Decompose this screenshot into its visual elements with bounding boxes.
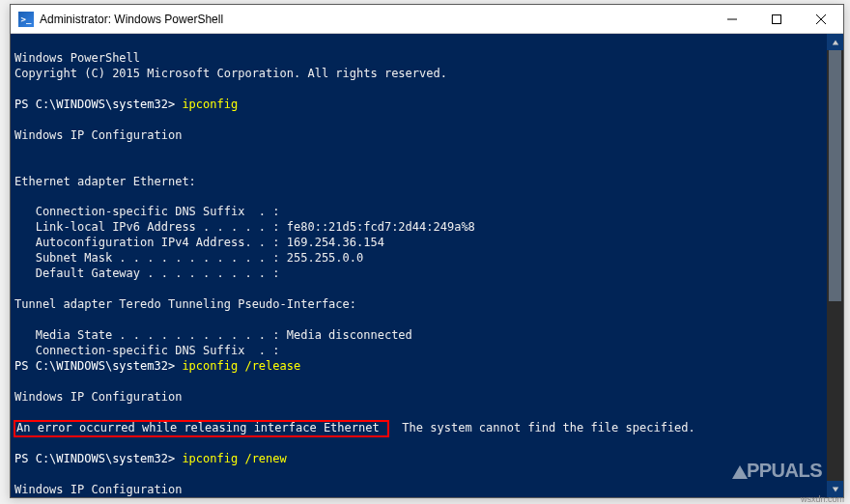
console-line: Link-local IPv6 Address . . . . . : fe80…: [14, 220, 475, 234]
console-line: Subnet Mask . . . . . . . . . . . : 255.…: [14, 251, 363, 265]
prompt-path: PS C:\WINDOWS\system32>: [14, 98, 182, 111]
console-line: [14, 375, 21, 388]
console-line: [14, 159, 21, 173]
prompt-line: PS C:\WINDOWS\system32> ipconfig /releas…: [14, 359, 300, 373]
error-tail: The system cannot find the file specifie…: [388, 421, 695, 434]
prompt-path: PS C:\WINDOWS\system32>: [14, 359, 182, 373]
window-controls: [710, 5, 843, 33]
console-line: Tunnel adapter Teredo Tunneling Pseudo-I…: [14, 297, 356, 311]
scroll-up-button[interactable]: [827, 34, 843, 50]
minimize-button[interactable]: [710, 5, 754, 33]
console-line: Media State . . . . . . . . . . . : Medi…: [14, 328, 412, 342]
command: ipconfig: [182, 98, 238, 111]
command-args: /release: [238, 359, 300, 373]
console-line: Windows IP Configuration: [14, 483, 182, 496]
console-line: Windows PowerShell: [14, 51, 140, 65]
command-args: /renew: [238, 452, 287, 465]
error-line: An error occurred while releasing interf…: [14, 421, 695, 434]
console-line: [14, 144, 21, 157]
prompt-line: PS C:\WINDOWS\system32> ipconfig: [14, 98, 238, 111]
console-line: Windows IP Configuration: [14, 390, 182, 404]
scroll-thumb[interactable]: [829, 50, 841, 301]
powershell-window: >_ Administrator: Windows PowerShell Win…: [10, 4, 844, 498]
svg-marker-4: [832, 40, 837, 44]
svg-marker-5: [832, 487, 837, 491]
console-line: Autoconfiguration IPv4 Address. . : 169.…: [14, 236, 384, 249]
prompt-path: PS C:\WINDOWS\system32>: [14, 452, 182, 465]
logo-triangle-icon: [732, 465, 748, 479]
maximize-button[interactable]: [754, 5, 799, 33]
watermark-text: PPUALS: [747, 458, 822, 484]
error-highlight: An error occurred while releasing interf…: [14, 421, 388, 436]
source-watermark: wsxdn.com: [801, 494, 844, 504]
console-line: [14, 313, 21, 326]
watermark-logo: PPUALS: [732, 458, 822, 484]
svg-rect-1: [773, 14, 781, 23]
console-line: Ethernet adapter Ethernet:: [14, 175, 196, 188]
console-line: [14, 113, 21, 126]
console-line: Windows IP Configuration: [14, 128, 182, 142]
scroll-track[interactable]: [827, 50, 843, 481]
console-line: Default Gateway . . . . . . . . . :: [14, 266, 280, 280]
console-line: [14, 467, 21, 481]
close-button[interactable]: [799, 5, 843, 33]
console-line: [14, 436, 21, 450]
prompt-line: PS C:\WINDOWS\system32> ipconfig /renew: [14, 452, 287, 465]
titlebar[interactable]: >_ Administrator: Windows PowerShell: [11, 5, 843, 34]
console-line: Copyright (C) 2015 Microsoft Corporation…: [14, 67, 447, 80]
command: ipconfig: [182, 359, 238, 373]
console-line: [14, 190, 21, 204]
console-line: Connection-specific DNS Suffix . :: [14, 344, 280, 357]
console-line: [14, 406, 21, 419]
window-title: Administrator: Windows PowerShell: [40, 13, 710, 26]
console-line: [14, 82, 21, 96]
vertical-scrollbar[interactable]: [827, 34, 843, 497]
console-line: Connection-specific DNS Suffix . :: [14, 205, 280, 218]
console-line: [14, 282, 21, 295]
command: ipconfig: [182, 452, 238, 465]
console-output[interactable]: Windows PowerShell Copyright (C) 2015 Mi…: [11, 34, 843, 497]
powershell-icon: >_: [18, 12, 34, 27]
